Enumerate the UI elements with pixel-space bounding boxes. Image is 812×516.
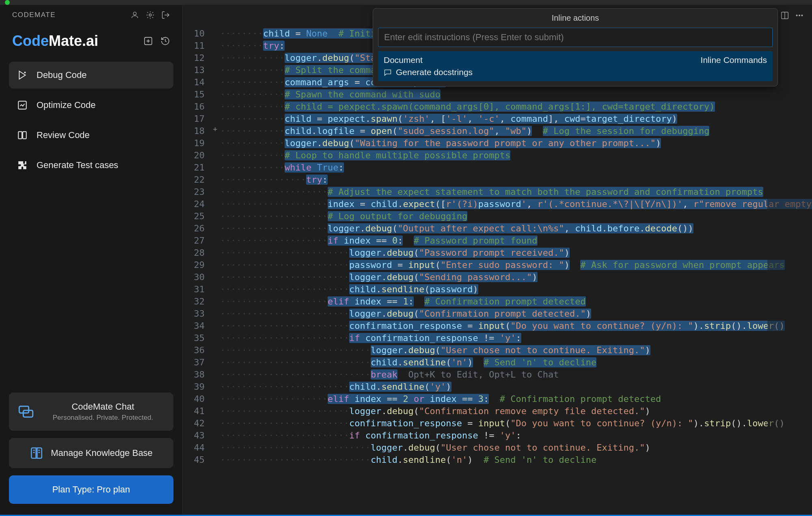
- chat-card[interactable]: CodeMate Chat Personalised. Private. Pro…: [9, 393, 173, 431]
- nav: Debug Code Optimize Code Review Code Gen…: [0, 62, 182, 179]
- svg-point-0: [133, 12, 136, 15]
- editor-area: 1011121314151617181920212223242526272829…: [183, 5, 812, 516]
- chat-icon: [18, 404, 34, 420]
- nav-item-label: Generate Test cases: [37, 160, 118, 171]
- logo: CodeMate.ai: [12, 32, 98, 50]
- logo-row: CodeMate.ai: [0, 25, 182, 62]
- code-lines[interactable]: ········child = None # Initialize child …: [220, 26, 812, 466]
- svg-point-3: [24, 72, 25, 73]
- logo-part3: .ai: [82, 32, 98, 49]
- nav-review-code[interactable]: Review Code: [9, 122, 173, 149]
- debug-icon: [17, 70, 28, 80]
- logo-part1: Code: [12, 32, 49, 49]
- nav-item-label: Optimize Code: [37, 100, 96, 110]
- svg-point-1: [149, 14, 151, 16]
- inline-edit-input[interactable]: [378, 28, 773, 47]
- logo-part2: Mate: [49, 32, 82, 49]
- suggestion-label: Generate docstrings: [396, 67, 473, 77]
- line-gutter: 1011121314151617181920212223242526272829…: [183, 26, 211, 466]
- kb-card-label: Manage Knowledge Base: [51, 448, 153, 458]
- plan-button[interactable]: Plan Type: Pro plan: [9, 475, 173, 504]
- book-icon: [30, 446, 43, 460]
- fold-plus-icon[interactable]: +: [211, 125, 219, 133]
- chat-card-subtitle: Personalised. Private. Protected.: [41, 414, 164, 422]
- more-icon[interactable]: [795, 11, 804, 20]
- suggestion-category: Document: [384, 55, 423, 65]
- nav-item-label: Review Code: [37, 130, 90, 140]
- sidebar-header: CODEMATE: [0, 5, 182, 25]
- split-editor-icon[interactable]: [780, 11, 789, 20]
- nav-optimize-code[interactable]: Optimize Code: [9, 92, 173, 119]
- suggestion-source: Inline Commands: [701, 55, 767, 65]
- inline-popup-title: Inline actions: [373, 9, 777, 28]
- svg-rect-5: [18, 132, 22, 138]
- nav-generate-tests[interactable]: Generate Test cases: [9, 152, 173, 179]
- optimize-icon: [17, 100, 28, 110]
- add-icon[interactable]: [143, 36, 153, 46]
- puzzle-icon: [17, 160, 28, 171]
- code-container[interactable]: 1011121314151617181920212223242526272829…: [183, 26, 812, 466]
- suggestion-generate-docstrings[interactable]: Generate docstrings: [384, 67, 767, 77]
- window-chrome: [0, 0, 812, 5]
- comment-icon: [384, 68, 392, 76]
- app-title: CODEMATE: [12, 11, 56, 19]
- chat-card-title: CodeMate Chat: [41, 402, 164, 412]
- sidebar: CODEMATE CodeMate.ai Debug Code: [0, 5, 183, 516]
- fold-column: +: [211, 26, 220, 466]
- svg-rect-6: [23, 132, 26, 138]
- gear-icon[interactable]: [146, 11, 155, 19]
- inline-actions-popup: Inline actions Document Inline Commands …: [373, 8, 778, 86]
- traffic-light-green[interactable]: [5, 0, 10, 5]
- suggestion-card: Document Inline Commands Generate docstr…: [378, 51, 773, 81]
- svg-point-12: [801, 15, 803, 16]
- history-icon[interactable]: [160, 36, 170, 46]
- account-icon[interactable]: [130, 11, 139, 19]
- svg-rect-7: [19, 406, 28, 413]
- nav-debug-code[interactable]: Debug Code: [9, 62, 173, 89]
- logout-icon[interactable]: [161, 11, 170, 19]
- minimap[interactable]: [767, 26, 812, 516]
- kb-card[interactable]: Manage Knowledge Base: [9, 438, 173, 468]
- svg-point-11: [799, 15, 800, 16]
- svg-rect-8: [23, 410, 32, 417]
- review-icon: [17, 130, 28, 140]
- nav-item-label: Debug Code: [37, 70, 87, 80]
- svg-point-10: [796, 15, 797, 16]
